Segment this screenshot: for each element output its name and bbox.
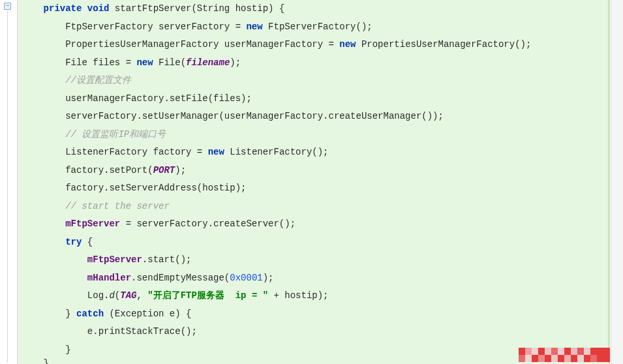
field-ref: mFtpServer <box>65 219 120 229</box>
code-text: PropertiesUserManagerFactory userManager… <box>65 39 339 50</box>
field-ref: PORT <box>153 165 175 175</box>
number-literal: 0x0001 <box>230 273 262 283</box>
fold-toggle-icon[interactable]: − <box>4 3 11 10</box>
editor-window: − private void startFtpServer(String hos… <box>0 0 623 364</box>
code-line: mFtpServer = serverFactory.createServer(… <box>22 215 608 234</box>
code-line: Log.d(TAG, "开启了FTP服务器 ip = " + hostip); <box>22 287 608 305</box>
keyword: new <box>339 39 356 50</box>
code-text: , <box>136 290 147 301</box>
code-text: + hostip); <box>268 290 328 301</box>
code-text: userManagerFactory.setFile(files); <box>65 93 252 104</box>
code-text: startFtpServer(String hostip) { <box>109 3 284 14</box>
field-ref: mHandler <box>87 273 131 283</box>
keyword: void <box>87 3 110 14</box>
code-line: FtpServerFactory serverFactory = new Ftp… <box>22 18 608 37</box>
code-text: .start(); <box>142 254 192 265</box>
code-text: factory.setServerAddress(hostip); <box>65 183 246 193</box>
keyword: private <box>44 3 82 14</box>
code-line: // start the server <box>22 198 608 216</box>
code-text: ListenerFactory factory = <box>65 147 207 157</box>
code-line: e.printStackTrace(); <box>22 323 608 341</box>
code-text: = serverFactory.createServer(); <box>120 219 296 229</box>
code-text: { <box>82 237 93 247</box>
code-line: //设置配置文件 <box>22 72 608 90</box>
code-area[interactable]: private void startFtpServer(String hosti… <box>18 0 610 364</box>
code-line: factory.setPort(PORT); <box>22 162 608 180</box>
code-text: Log. <box>87 290 110 301</box>
code-line: ListenerFactory factory = new ListenerFa… <box>22 144 608 162</box>
code-text: File files = <box>65 57 136 68</box>
code-line: // 设置监听IP和端口号 <box>22 126 608 144</box>
code-text: } <box>65 344 70 355</box>
code-line: } catch (Exception e) { <box>22 305 608 324</box>
watermark-blur <box>519 348 610 362</box>
code-line: private void startFtpServer(String hosti… <box>22 0 608 18</box>
field-ref: TAG <box>120 290 136 301</box>
keyword: catch <box>76 309 104 319</box>
comment: // 设置监听IP和端口号 <box>65 129 166 140</box>
code-text: ); <box>263 273 274 283</box>
code-line: PropertiesUserManagerFactory userManager… <box>22 36 608 54</box>
code-text: ); <box>230 57 241 68</box>
comment: //设置配置文件 <box>65 75 131 85</box>
code-text: serverFactory.setUserManager(userManager… <box>65 111 444 121</box>
keyword: new <box>246 22 262 32</box>
code-line: mHandler.sendEmptyMessage(0x0001); <box>22 269 608 288</box>
field-ref: mFtpServer <box>87 254 142 265</box>
code-text: (Exception e) { <box>104 309 191 319</box>
code-text: ); <box>175 165 186 175</box>
code-line: mFtpServer.start(); <box>22 251 608 269</box>
string-literal: "开启了FTP服务器 ip = " <box>147 290 268 301</box>
keyword: new <box>136 57 153 68</box>
code-line: userManagerFactory.setFile(files); <box>22 90 608 108</box>
code-line: factory.setServerAddress(hostip); <box>22 179 608 198</box>
keyword: new <box>208 147 224 157</box>
code-text: FtpServerFactory serverFactory = <box>65 22 246 32</box>
field-ref: filename <box>186 57 230 68</box>
code-line: File files = new File(filename); <box>22 54 608 72</box>
code-line: try { <box>22 234 608 252</box>
code-text: e.printStackTrace(); <box>87 326 197 337</box>
code-text: } <box>65 309 76 319</box>
static-call: d <box>109 290 114 301</box>
fold-guide-line <box>7 10 8 363</box>
right-margin-strip <box>611 0 623 364</box>
code-text: } <box>44 358 49 364</box>
code-text: FtpServerFactory(); <box>263 22 372 32</box>
code-line: serverFactory.setUserManager(userManager… <box>22 108 608 126</box>
keyword: try <box>65 237 82 247</box>
code-text: ListenerFactory(); <box>224 147 329 157</box>
code-text: ( <box>115 290 120 301</box>
code-text: File( <box>153 57 186 68</box>
code-text: factory.setPort( <box>65 165 153 175</box>
comment: // start the server <box>65 201 170 211</box>
code-text: PropertiesUserManagerFactory(); <box>356 39 532 50</box>
code-text: .sendEmptyMessage( <box>131 273 230 283</box>
gutter: − <box>0 0 18 364</box>
